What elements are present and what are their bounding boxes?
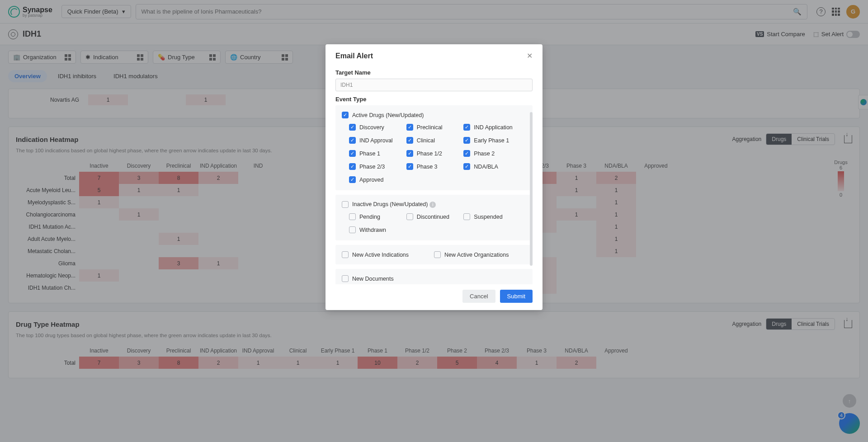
checkbox-label: Phase 1/2 xyxy=(417,150,442,157)
checkbox-option[interactable] xyxy=(349,150,356,157)
checkbox-label: Phase 2/3 xyxy=(359,164,385,170)
checkbox-new-orgs[interactable] xyxy=(434,251,441,258)
modal-overlay: Email Alert ✕ Target Name Event Type Act… xyxy=(0,0,868,442)
checkbox-label: Phase 1 xyxy=(359,150,380,157)
checkbox-option[interactable] xyxy=(463,124,470,131)
checkbox-option[interactable] xyxy=(349,137,356,144)
active-drugs-block: Active Drugs (New/Updated) DiscoveryPrec… xyxy=(335,105,533,190)
email-alert-modal: Email Alert ✕ Target Name Event Type Act… xyxy=(326,44,542,310)
submit-button[interactable]: Submit xyxy=(500,290,533,303)
checkbox-option[interactable] xyxy=(463,137,470,144)
inactive-drugs-block: Inactive Drugs (New/Updated)i PendingDis… xyxy=(335,195,533,240)
event-type-label: Event Type xyxy=(335,96,533,103)
modal-title: Email Alert xyxy=(335,52,373,60)
close-icon[interactable]: ✕ xyxy=(527,52,533,60)
checkbox-label: Withdrawn xyxy=(359,227,386,233)
new-active-block: New Active Indications New Active Organi… xyxy=(335,245,533,264)
new-documents-block: New Documents Clinical TrialsPatents xyxy=(335,269,533,284)
checkbox-option[interactable] xyxy=(406,150,413,157)
checkbox-option[interactable] xyxy=(463,163,470,170)
checkbox-option[interactable] xyxy=(349,226,356,233)
checkbox-label: IND Approval xyxy=(359,137,393,144)
checkbox-inactive-drugs[interactable] xyxy=(342,201,349,208)
checkbox-option[interactable] xyxy=(406,137,413,144)
checkbox-label: Clinical xyxy=(417,137,435,144)
target-name-input[interactable] xyxy=(335,79,533,91)
checkbox-active-drugs[interactable] xyxy=(342,112,349,118)
checkbox-option[interactable] xyxy=(349,213,356,220)
target-name-label: Target Name xyxy=(335,69,533,76)
checkbox-label: Discovery xyxy=(359,124,384,131)
checkbox-label: Phase 2 xyxy=(474,150,495,157)
checkbox-option[interactable] xyxy=(406,124,413,131)
active-drugs-label: Active Drugs (New/Updated) xyxy=(352,112,424,118)
checkbox-option[interactable] xyxy=(349,124,356,131)
checkbox-label: Approved xyxy=(359,177,384,183)
checkbox-label: Phase 3 xyxy=(417,164,438,170)
inactive-drugs-label: Inactive Drugs (New/Updated)i xyxy=(352,201,436,208)
checkbox-label: Pending xyxy=(359,214,380,220)
cancel-button[interactable]: Cancel xyxy=(462,290,495,303)
checkbox-option[interactable] xyxy=(463,213,470,220)
checkbox-option[interactable] xyxy=(463,150,470,157)
info-icon[interactable]: i xyxy=(429,202,436,208)
checkbox-option[interactable] xyxy=(406,213,413,220)
checkbox-label: NDA/BLA xyxy=(474,164,498,170)
modal-scrollbar[interactable] xyxy=(530,112,533,266)
checkbox-label: Discontinued xyxy=(417,214,449,220)
checkbox-option[interactable] xyxy=(406,163,413,170)
checkbox-option[interactable] xyxy=(349,176,356,183)
checkbox-label: Early Phase 1 xyxy=(474,137,509,144)
checkbox-label: Suspended xyxy=(474,214,502,220)
checkbox-new-indications[interactable] xyxy=(342,251,349,258)
checkbox-new-documents[interactable] xyxy=(342,275,349,282)
checkbox-option[interactable] xyxy=(349,163,356,170)
checkbox-label: IND Application xyxy=(474,124,512,131)
checkbox-label: Preclinical xyxy=(417,124,443,131)
